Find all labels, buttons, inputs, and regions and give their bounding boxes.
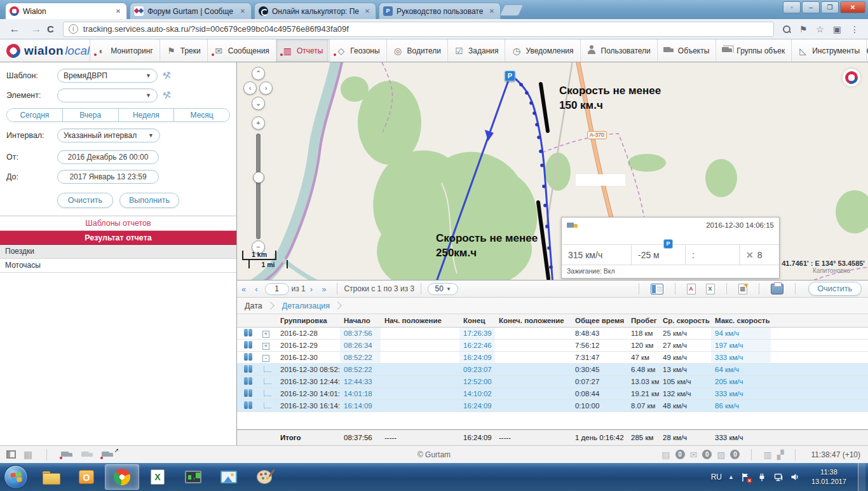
report-result-header[interactable]: Результат отчета (0, 231, 236, 245)
taskbar-monitor-app[interactable] (176, 464, 210, 490)
expand-toggle-icon[interactable]: + (262, 331, 269, 338)
extensions-icon[interactable]: ▣ (833, 24, 841, 34)
clear-report-button[interactable]: Очистить (808, 282, 862, 296)
taskbar-image-viewer[interactable] (212, 464, 246, 490)
tab-close-icon[interactable]: ✕ (487, 7, 496, 16)
column-header[interactable]: Нач. положение (381, 317, 459, 324)
action-center-icon[interactable]: ✕ (740, 472, 750, 482)
zoom-slider-track[interactable] (256, 134, 261, 239)
taskbar-clock[interactable]: 11:38 13.01.2017 (806, 467, 851, 487)
element-settings-icon[interactable]: ⚒ (161, 89, 173, 102)
zoom-slider-handle[interactable] (253, 172, 264, 183)
cell-start[interactable]: 14:01:18 (340, 390, 381, 398)
nav-item-unit-groups[interactable]: Группы объек (715, 39, 791, 62)
cell-start[interactable]: 08:37:56 (340, 328, 381, 339)
taskbar-outlook[interactable]: O (69, 464, 104, 490)
template-select[interactable]: ВремяДВРП ▼ (57, 69, 158, 83)
cell-max-speed[interactable]: 205 км/ч (711, 378, 771, 385)
cell-end[interactable]: 09:23:07 (459, 366, 495, 373)
nav-item-reports[interactable]: ▥Отчеты (276, 39, 329, 62)
cell-start[interactable]: 16:14:09 (340, 402, 381, 410)
locate-on-map-icon[interactable] (243, 341, 253, 349)
forward-button[interactable]: → (29, 23, 43, 36)
nav-item-units[interactable]: Объекты (657, 39, 716, 62)
new-tab-button[interactable] (499, 4, 524, 16)
taskbar-explorer[interactable] (34, 464, 68, 490)
volume-icon[interactable] (790, 472, 800, 482)
report-templates-header[interactable]: Шаблоны отчетов (0, 216, 236, 231)
pan-down-button[interactable]: ⌄ (252, 97, 265, 110)
browser-menu-icon[interactable]: ⋮ (850, 24, 859, 34)
cell-max-speed[interactable]: 333 км/ч (711, 352, 771, 363)
expand-toggle-icon[interactable]: + (262, 343, 269, 350)
cell-max-speed[interactable]: 197 км/ч (711, 340, 771, 351)
maximize-button[interactable]: ❐ (821, 1, 839, 13)
result-list-item[interactable]: Поездки (0, 245, 236, 259)
template-settings-icon[interactable]: ⚒ (161, 69, 173, 83)
cell-start[interactable]: 08:26:34 (340, 340, 381, 351)
pan-left-button[interactable]: ‹ (243, 81, 257, 95)
page-size-select[interactable]: 50▼ (428, 283, 458, 295)
cell-start[interactable]: 12:44:33 (340, 378, 381, 385)
report-template-icon[interactable] (651, 284, 663, 294)
export-excel-icon[interactable]: X (706, 284, 715, 294)
last-page-button[interactable]: » (317, 284, 330, 294)
pin-icon[interactable]: ⚑ (799, 24, 808, 34)
from-date-input[interactable]: 2016 Декабрь 26 00:00 (57, 150, 159, 164)
nav-item-notifications[interactable]: ◷Уведомления (505, 39, 580, 62)
cell-max-speed[interactable]: 86 км/ч (711, 402, 771, 410)
breadcrumb-item[interactable]: Дата (245, 301, 262, 310)
browser-tab[interactable]: Онлайн калькулятор: Пе✕ (254, 3, 376, 19)
table-row[interactable]: +2016-12-2908:26:3416:22:467:56:12120 км… (237, 340, 868, 352)
parking-marker[interactable]: P (505, 71, 515, 81)
cell-end[interactable]: 16:22:46 (459, 340, 495, 351)
clear-button[interactable]: Очистить (57, 193, 113, 208)
network-icon[interactable] (773, 472, 783, 482)
back-button[interactable]: ← (8, 23, 22, 36)
first-page-button[interactable]: « (237, 284, 250, 294)
print-icon[interactable] (771, 284, 783, 294)
language-indicator[interactable]: RU (711, 473, 722, 481)
cell-end[interactable]: 12:52:00 (459, 378, 495, 385)
search-icon[interactable] (783, 25, 790, 33)
tray-expand-icon[interactable]: ▲ (728, 474, 734, 480)
quick-interval-button[interactable]: Сегодня (7, 109, 63, 121)
close-button[interactable]: ✕ (840, 1, 865, 13)
nav-item-monitoring[interactable]: ◐Мониторинг (90, 39, 159, 62)
tab-close-icon[interactable]: ✕ (238, 7, 247, 16)
table-row[interactable]: +2016-12-2808:37:5617:26:398:48:43118 км… (237, 328, 868, 340)
minimize-button[interactable]: – (802, 1, 820, 13)
breadcrumb-active[interactable]: Детализация (282, 301, 330, 310)
reload-button[interactable]: C (47, 24, 54, 34)
copy-report-icon[interactable]: ▤ (738, 284, 747, 294)
nav-item-tools[interactable]: ◺Инструменты (791, 39, 866, 62)
nav-item-drivers[interactable]: ◎Водители (386, 39, 447, 62)
table-row[interactable]: 2016-12-30 14:01:1814:01:1814:10:020:08:… (237, 388, 868, 400)
cell-start[interactable]: 08:52:22 (340, 366, 381, 373)
cell-max-speed[interactable]: 333 км/ч (711, 390, 771, 398)
cell-end[interactable]: 16:24:09 (459, 402, 495, 410)
column-header[interactable]: Группировка (276, 317, 340, 324)
window-extra-button[interactable]: ▫ (783, 1, 801, 13)
column-header[interactable]: Общее время (571, 317, 627, 324)
cell-max-speed[interactable]: 64 км/ч (711, 366, 771, 373)
taskbar-excel[interactable]: X (140, 464, 175, 490)
table-row[interactable]: -2016-12-3008:52:2216:24:097:31:4747 км4… (237, 352, 868, 364)
locate-on-map-icon[interactable] (243, 353, 253, 361)
column-header[interactable]: Макс. скорость (711, 317, 771, 324)
next-page-button[interactable]: › (306, 284, 317, 294)
column-header[interactable]: Пробег (627, 317, 659, 324)
address-bar[interactable]: i tracking.services.auto-ska.ru/?sid=00c… (63, 22, 774, 37)
nav-item-users[interactable]: Пользователи (580, 39, 657, 62)
table-row[interactable]: 2016-12-30 08:52:2208:52:2209:23:070:30:… (237, 364, 868, 376)
to-date-input[interactable]: 2017 Январь 13 23:59 (57, 170, 159, 184)
column-header[interactable]: Конец (459, 317, 495, 324)
column-header[interactable]: Конеч. положение (495, 317, 571, 324)
power-plug-icon[interactable] (757, 472, 767, 482)
nav-item-tracks[interactable]: ⚑Треки (159, 39, 207, 62)
quick-interval-button[interactable]: Вчера (63, 109, 119, 121)
locate-on-map-icon[interactable] (243, 365, 253, 373)
column-header[interactable]: Начало (340, 317, 381, 324)
execute-button[interactable]: Выполнить (119, 193, 179, 208)
cell-end[interactable]: 17:26:39 (459, 328, 495, 339)
